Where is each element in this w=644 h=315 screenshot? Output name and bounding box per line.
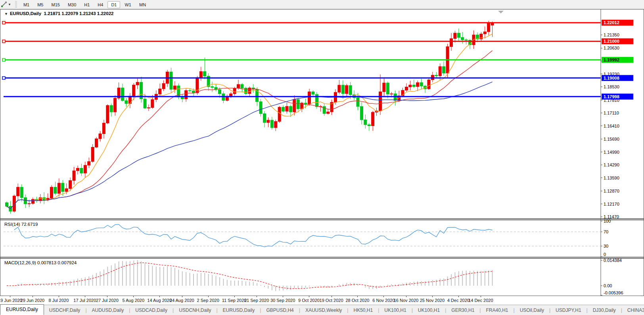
date-tick — [159, 296, 160, 297]
date-label: 17 Jul 2020 — [73, 298, 96, 303]
timeframe-button-m5[interactable]: M5 — [34, 1, 47, 8]
rsi-label: RSI(14) 72.6719 — [4, 222, 38, 227]
chart-tab-uk100-h1[interactable]: UK100,H1 — [413, 306, 445, 315]
macd-tick-label: 0.00 — [604, 283, 612, 288]
date-tick — [481, 296, 481, 297]
date-tick — [133, 296, 134, 297]
timeframe-button-h4[interactable]: H4 — [94, 1, 107, 8]
chart-tab-eurusd-daily[interactable]: EURUSD,Daily — [0, 304, 44, 315]
chevron-down-icon[interactable]: ▼ — [8, 3, 11, 6]
rsi-tick-label: 30 — [604, 244, 608, 248]
chart-tab-audusd-daily[interactable]: AUDUSD,Daily — [87, 306, 129, 315]
timeframe-button-m30[interactable]: M30 — [64, 1, 80, 8]
chart-tab-eurusd-daily[interactable]: EURUSD,Daily — [218, 306, 260, 315]
chart-tab-xauusd-weekly[interactable]: XAUUSD,Weekly — [300, 306, 347, 315]
date-tick — [257, 296, 257, 297]
rsi-tick-label: 100 — [604, 219, 611, 223]
chart-tab-usdjpy-h1[interactable]: USDJPY,H1 — [550, 306, 586, 315]
toolbar-grip — [15, 1, 17, 8]
date-label: 4 Dec 2020 — [447, 298, 470, 303]
date-label: 19 Jun 2020 — [0, 298, 22, 303]
chart-window: 1.213501.206301.199301.192301.185301.178… — [0, 9, 644, 296]
price-tick-label: 1.12170 — [604, 202, 619, 206]
chart-tab-usoil-daily[interactable]: USOil,Daily — [515, 306, 549, 315]
collapse-icon[interactable]: ▼ — [4, 12, 8, 16]
timeframe-button-m1[interactable]: M1 — [20, 1, 33, 8]
rsi-tick-label: 0 — [604, 252, 606, 257]
hline-anchor[interactable] — [2, 76, 5, 79]
chart-tab-dj30-daily[interactable]: DJ30,Daily — [588, 306, 621, 315]
chart-tab-uk100-h1[interactable]: UK100,H1 — [379, 306, 411, 315]
ohlc-values: 1.21871 1.22079 1.21243 1.22022 — [44, 11, 114, 16]
hline-anchor[interactable] — [2, 21, 5, 24]
chart-tab-usdchf-daily[interactable]: USDCHF,Daily — [44, 306, 86, 315]
date-tick — [234, 296, 235, 297]
price-badge-label: 1.21000 — [604, 39, 619, 44]
timeframe-button-d1[interactable]: D1 — [107, 1, 120, 8]
date-label: 16 Nov 2020 — [394, 298, 418, 303]
date-tick — [10, 296, 10, 297]
price-badge-label: 1.22012 — [604, 20, 619, 25]
timeframe-button-mn[interactable]: MN — [136, 1, 150, 8]
rsi-tick-label: 70 — [604, 229, 608, 234]
date-label: 5 Aug 2020 — [122, 298, 144, 303]
chart-tab-gbpusd-h4[interactable]: GBPUSD,H4 — [261, 306, 299, 315]
price-tick-label: 1.14990 — [604, 150, 619, 155]
price-badge-label: 1.17998 — [604, 94, 619, 99]
line-studies-icon[interactable] — [1, 1, 7, 8]
date-tick — [357, 296, 358, 297]
date-label: 9 Oct 2020 — [298, 298, 320, 303]
price-tick-label: 1.18530 — [604, 84, 619, 89]
date-label: 30 Sep 2020 — [270, 298, 295, 303]
date-label: 29 Jun 2020 — [21, 298, 45, 303]
hline-anchor[interactable] — [2, 59, 5, 61]
timeframe-button-w1[interactable]: W1 — [121, 1, 135, 8]
chart-tab-usdcad-daily[interactable]: USDCAD,Daily — [130, 306, 172, 315]
date-label: 25 Nov 2020 — [420, 298, 445, 303]
timeframe-toolbar: ▼ M1M5M15M30H1H4D1W1MN — [0, 0, 644, 9]
price-tick-label: 1.20630 — [604, 46, 619, 50]
price-badge-label: 1.19992 — [604, 57, 619, 62]
price-tick-label: 1.12870 — [604, 189, 619, 193]
date-tick — [283, 296, 283, 297]
chart-tab-fra40-h1[interactable]: FRA40,H1 — [481, 306, 513, 315]
date-tick — [406, 296, 406, 297]
date-tick — [182, 296, 182, 297]
date-label: 19 Oct 2020 — [320, 298, 343, 303]
date-tick — [208, 296, 209, 297]
price-tick-label: 1.15690 — [604, 137, 619, 141]
timeframe-button-m15[interactable]: M15 — [48, 1, 63, 8]
chart-tab-china300-h1[interactable]: CHINA300,H1 — [622, 306, 644, 315]
price-badge-label: 1.19008 — [604, 76, 619, 80]
chart-tab-bar: EURUSD,DailyUSDCHF,Daily|AUDUSD,Daily|US… — [0, 305, 644, 315]
chart-canvas[interactable]: 1.213501.206301.199301.192301.185301.178… — [0, 10, 644, 296]
date-axis: 19 Jun 202029 Jun 20208 Jul 202017 Jul 2… — [0, 296, 644, 305]
date-tick — [33, 296, 33, 297]
price-tick-label: 1.16410 — [604, 124, 619, 128]
macd-tick-label: -0.005396 — [604, 290, 623, 295]
date-tick — [432, 296, 433, 297]
date-tick — [309, 296, 309, 297]
timeframe-button-h1[interactable]: H1 — [80, 1, 93, 8]
date-label: 14 Aug 2020 — [147, 298, 172, 303]
date-label: 2 Sep 2020 — [197, 298, 219, 303]
date-label: 8 Jul 2020 — [48, 298, 69, 303]
date-tick — [59, 296, 59, 297]
date-tick — [85, 296, 85, 297]
date-label: 6 Nov 2020 — [372, 298, 395, 303]
chart-tab-ger30-h1[interactable]: GER30,H1 — [446, 306, 479, 315]
date-tick — [383, 296, 384, 297]
date-label: 28 Oct 2020 — [346, 298, 370, 303]
chart-tab-usdcnh-daily[interactable]: USDCNH,Daily — [174, 306, 216, 315]
price-tick-label: 1.13590 — [604, 176, 619, 180]
price-tick-label: 1.14290 — [604, 162, 619, 167]
date-label: 11 Sep 2020 — [222, 298, 247, 303]
date-label: 24 Aug 2020 — [170, 298, 194, 303]
price-tick-label: 1.17110 — [604, 111, 619, 115]
chart-tab-hk50-h1[interactable]: HK50,H1 — [348, 306, 378, 315]
chart-title: ▼EURUSD,Daily 1.21871 1.22079 1.21243 1.… — [4, 11, 113, 16]
date-tick — [332, 296, 332, 297]
date-tick — [458, 296, 459, 297]
hline-anchor[interactable] — [2, 40, 5, 43]
date-label: 27 Jul 2020 — [96, 298, 119, 303]
